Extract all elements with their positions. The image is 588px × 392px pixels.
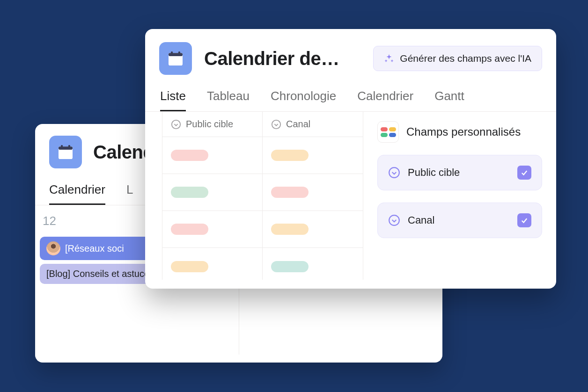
- field-label: Public cible: [408, 167, 460, 179]
- ai-button-label: Générer des champs avec l'IA: [400, 53, 531, 64]
- svg-rect-7: [178, 51, 180, 55]
- field-enabled-checkbox[interactable]: [517, 213, 531, 227]
- tab-tableau[interactable]: Tableau: [207, 89, 250, 111]
- svg-rect-5: [169, 53, 183, 56]
- check-icon: [520, 168, 529, 177]
- custom-field-cell[interactable]: [263, 211, 363, 248]
- column-header[interactable]: Public cible: [162, 112, 262, 137]
- event-label: [Blog] Conseils et astuces: [46, 269, 154, 279]
- calendar-icon: [49, 136, 82, 168]
- custom-field-cell[interactable]: [162, 174, 262, 211]
- field-value-pill: [171, 224, 208, 235]
- field-value-pill: [271, 224, 309, 235]
- svg-rect-3: [68, 145, 70, 148]
- custom-field-cell[interactable]: [162, 211, 262, 248]
- front-title: Calendrier de…: [204, 48, 349, 69]
- custom-field-column: Canal: [263, 112, 363, 280]
- field-value-pill: [271, 261, 309, 272]
- custom-field-cell[interactable]: [263, 137, 363, 174]
- custom-field-column: Public cible: [162, 112, 263, 280]
- tab-liste-partial[interactable]: L: [126, 182, 133, 205]
- column-header-label: Public cible: [186, 119, 233, 130]
- sparkle-icon: [384, 53, 394, 64]
- svg-rect-1: [59, 146, 73, 150]
- field-enabled-checkbox[interactable]: [517, 166, 531, 180]
- column-header-label: Canal: [286, 119, 310, 130]
- dropdown-icon: [388, 167, 400, 179]
- custom-fields-panel: Champs personnalisés Public cible Canal: [363, 112, 556, 280]
- tab-calendrier[interactable]: Calendrier: [357, 89, 413, 111]
- avatar: [46, 241, 60, 255]
- field-value-pill: [171, 261, 208, 272]
- field-value-pill: [271, 187, 309, 198]
- svg-point-9: [272, 120, 280, 128]
- tab-calendrier[interactable]: Calendrier: [49, 182, 105, 205]
- svg-point-8: [172, 120, 180, 128]
- front-body: Public cible Canal: [145, 111, 556, 280]
- field-value-pill: [171, 187, 208, 198]
- tab-chronologie[interactable]: Chronologie: [271, 89, 336, 111]
- svg-point-11: [389, 215, 399, 225]
- calendar-icon: [159, 42, 192, 75]
- custom-field-cell[interactable]: [162, 137, 262, 174]
- list-view-card: Calendrier de… Générer des champs avec l…: [145, 29, 556, 289]
- dropdown-icon: [171, 119, 181, 130]
- event-label: [Réseaux soci: [65, 243, 124, 254]
- tab-gantt[interactable]: Gantt: [434, 89, 464, 111]
- field-label: Canal: [408, 214, 434, 226]
- field-value-pill: [271, 150, 309, 161]
- custom-fields-title: Champs personnalisés: [406, 125, 521, 138]
- check-icon: [520, 216, 529, 225]
- custom-fields-icon: [377, 121, 399, 143]
- column-header[interactable]: Canal: [263, 112, 363, 137]
- field-value-pill: [171, 150, 208, 161]
- svg-point-10: [389, 167, 399, 178]
- custom-fields-header: Champs personnalisés: [377, 121, 542, 143]
- svg-rect-6: [171, 51, 173, 55]
- svg-rect-2: [61, 145, 63, 148]
- custom-field-item[interactable]: Canal: [377, 203, 542, 238]
- front-tabs: Liste Tableau Chronologie Calendrier Gan…: [145, 89, 556, 111]
- dropdown-icon: [388, 214, 400, 226]
- tab-liste[interactable]: Liste: [160, 89, 186, 111]
- generate-ai-fields-button[interactable]: Générer des champs avec l'IA: [373, 46, 542, 71]
- custom-field-item[interactable]: Public cible: [377, 155, 542, 190]
- custom-field-cell[interactable]: [162, 248, 262, 285]
- custom-field-cell[interactable]: [263, 174, 363, 211]
- dropdown-icon: [271, 119, 281, 130]
- front-header: Calendrier de… Générer des champs avec l…: [145, 42, 556, 75]
- custom-field-cell[interactable]: [263, 248, 363, 285]
